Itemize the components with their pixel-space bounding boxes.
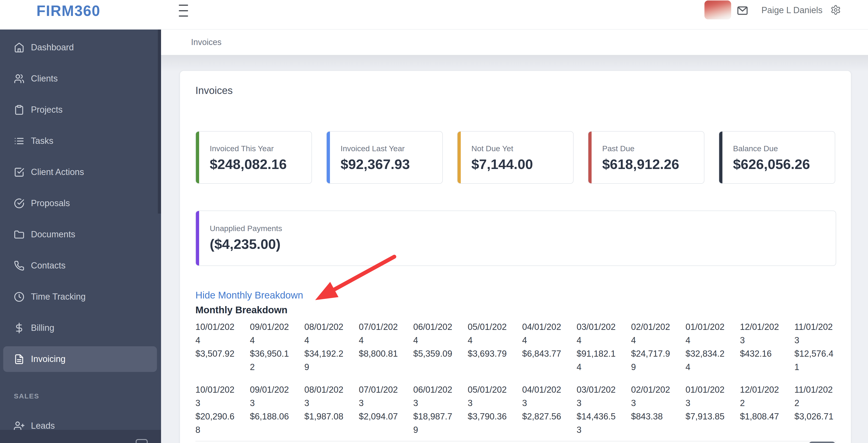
breakdown-value: $8,800.81 [359, 347, 400, 360]
stat-value: $618,912.26 [602, 156, 704, 172]
breakdown-cell: 06/01/2023$18,987.79 [413, 383, 455, 437]
sidebar-item-dashboard[interactable]: Dashboard [0, 32, 158, 63]
monthly-breakdown-title: Monthly Breakdown [195, 304, 287, 316]
stat-value: $92,367.93 [341, 156, 442, 172]
user-name[interactable]: Paige L Daniels [762, 5, 823, 15]
breakdown-date: 10/01/2023 [195, 383, 237, 410]
invoices-card: Invoices Invoiced This Year$248,082.16In… [180, 70, 851, 443]
breakdown-date: 11/01/2022 [795, 383, 836, 410]
stat-accent-stripe [196, 131, 199, 183]
breakdown-date: 08/01/2023 [304, 383, 346, 410]
sidebar-item-label: Contacts [31, 261, 65, 271]
sidebar-footer [0, 430, 161, 443]
dollar-icon [14, 323, 25, 333]
sidebar-item-invoicing[interactable]: Invoicing [0, 344, 158, 375]
breakdown-cell: 03/01/2024$91,182.14 [577, 320, 618, 374]
unapplied-payments-card: Unapplied Payments ($4,235.00) [195, 210, 836, 266]
breakdown-cell: 10/01/2024$3,507.92 [195, 320, 237, 374]
collapse-sidebar-icon[interactable] [136, 439, 148, 443]
mail-icon[interactable] [737, 5, 748, 16]
stat-label: Invoiced This Year [210, 144, 311, 153]
breakdown-value: $12,576.41 [795, 347, 836, 374]
stat-label: Past Due [602, 144, 704, 153]
breakdown-value: $1,987.08 [304, 410, 346, 423]
breakdown-value: $91,182.14 [577, 347, 618, 374]
sidebar-item-contacts[interactable]: Contacts [0, 250, 158, 281]
clock-icon [14, 292, 25, 302]
page-title: Invoices [195, 85, 232, 96]
avatar[interactable] [705, 0, 731, 20]
unapplied-label: Unapplied Payments [210, 224, 836, 233]
breakdown-value: $6,843.77 [522, 347, 564, 360]
sidebar-item-label: Projects [31, 105, 63, 115]
breakdown-value: $2,827.56 [522, 410, 564, 423]
hide-monthly-breakdown-link[interactable]: Hide Monthly Breakdown [195, 290, 303, 301]
stat-cards-row: Invoiced This Year$248,082.16Invoiced La… [195, 131, 836, 184]
breakdown-row: 10/01/2024$3,507.9209/01/2024$36,950.120… [195, 320, 837, 374]
breakdown-cell: 01/01/2023$7,913.85 [685, 383, 727, 437]
sidebar-item-projects[interactable]: Projects [0, 94, 158, 125]
breakdown-value: $34,192.29 [304, 347, 346, 374]
gear-icon[interactable] [830, 5, 841, 15]
sidebar-item-proposals[interactable]: Proposals [0, 188, 158, 219]
breakdown-date: 07/01/2024 [359, 320, 400, 347]
sidebar-scrollbar-thumb[interactable] [158, 30, 161, 213]
breakdown-date: 07/01/2023 [359, 383, 400, 410]
breakdown-cell: 11/01/2022$3,026.71 [795, 383, 836, 437]
sidebar-item-label: Leads [31, 421, 55, 431]
user-plus-icon [14, 421, 25, 431]
sidebar-item-label: Clients [31, 73, 58, 84]
sidebar-item-clients[interactable]: Clients [0, 63, 158, 94]
users-icon [14, 73, 25, 84]
breakdown-date: 01/01/2024 [685, 320, 727, 347]
list-icon [14, 136, 25, 146]
sidebar: DashboardClientsProjectsTasksClient Acti… [0, 30, 161, 443]
breakdown-cell: 02/01/2024$24,717.99 [631, 320, 673, 374]
hamburger-icon[interactable] [179, 5, 188, 17]
bottom-divider [195, 441, 836, 441]
breakdown-cell: 04/01/2023$2,827.56 [522, 383, 564, 437]
breakdown-date: 04/01/2024 [522, 320, 564, 347]
breakdown-date: 02/01/2023 [631, 383, 673, 410]
breakdown-date: 03/01/2023 [577, 383, 618, 410]
breakdown-date: 06/01/2023 [413, 383, 455, 410]
home-icon [14, 42, 25, 53]
breakdown-date: 09/01/2023 [250, 383, 291, 410]
breakdown-value: $6,188.06 [250, 410, 291, 423]
sidebar-item-documents[interactable]: Documents [0, 219, 158, 250]
breakdown-cell: 07/01/2023$2,094.07 [359, 383, 400, 437]
sidebar-item-billing[interactable]: Billing [0, 312, 158, 344]
breakdown-cell: 08/01/2024$34,192.29 [304, 320, 346, 374]
breakdown-cell: 07/01/2024$8,800.81 [359, 320, 400, 374]
breakdown-date: 04/01/2023 [522, 383, 564, 410]
breakdown-date: 05/01/2024 [468, 320, 509, 347]
breakdown-date: 10/01/2024 [195, 320, 237, 347]
stat-accent-stripe [588, 131, 592, 183]
topbar: FIRM360 Paige L Daniels [0, 0, 868, 30]
stat-card-not-due-yet: Not Due Yet$7,144.00 [457, 131, 574, 184]
breakdown-date: 12/01/2022 [740, 383, 781, 410]
sidebar-item-label: Proposals [31, 198, 70, 208]
breakdown-value: $7,913.85 [685, 410, 727, 423]
breakdown-date: 02/01/2024 [631, 320, 673, 347]
bottom-action-button[interactable] [809, 442, 835, 443]
stat-card-balance-due: Balance Due$626,056.26 [719, 131, 835, 184]
sidebar-item-time-tracking[interactable]: Time Tracking [0, 281, 158, 312]
breakdown-value: $18,987.79 [413, 410, 455, 437]
breakdown-cell: 05/01/2023$3,790.36 [468, 383, 509, 437]
stat-value: $7,144.00 [471, 156, 573, 172]
sidebar-item-client-actions[interactable]: Client Actions [0, 156, 158, 188]
firm360-logo[interactable]: FIRM360 [36, 2, 100, 20]
breakdown-date: 11/01/2023 [795, 320, 836, 347]
breakdown-value: $843.38 [631, 410, 673, 423]
breakdown-date: 09/01/2024 [250, 320, 291, 347]
sidebar-item-label: Invoicing [31, 354, 65, 364]
sidebar-item-tasks[interactable]: Tasks [0, 125, 158, 156]
breakdown-date: 12/01/2023 [740, 320, 781, 347]
unapplied-value: ($4,235.00) [210, 236, 836, 252]
breakdown-value: $20,290.68 [195, 410, 237, 437]
breakdown-date: 01/01/2023 [685, 383, 727, 410]
stat-accent-stripe [719, 131, 722, 183]
stat-accent-stripe [327, 131, 330, 183]
breakdown-cell: 11/01/2023$12,576.41 [795, 320, 836, 374]
